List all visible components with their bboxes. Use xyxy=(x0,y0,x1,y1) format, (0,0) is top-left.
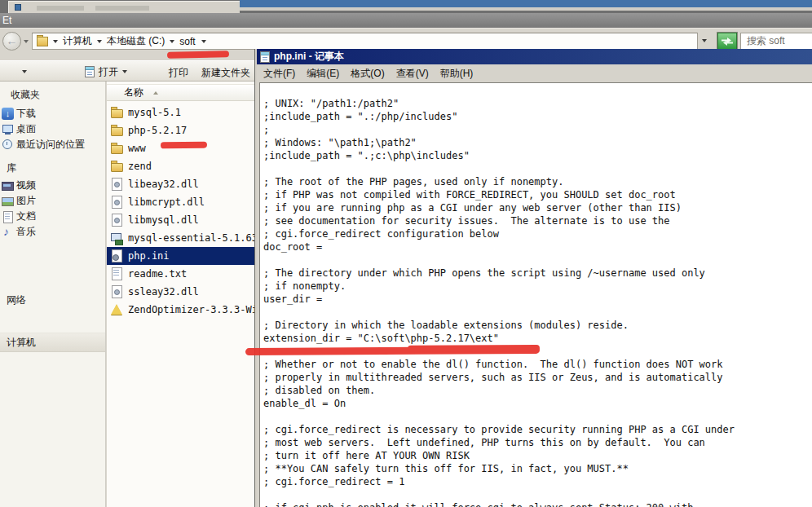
red-underline-annotation-soft xyxy=(167,51,229,59)
text-line: ; Windows: "\path1;\path2" xyxy=(263,136,812,149)
notepad-app-icon xyxy=(260,51,270,63)
file-row[interactable]: ssleay32.dll xyxy=(107,283,255,301)
breadcrumb-dropdown-icon[interactable] xyxy=(201,40,206,43)
file-name: php.ini xyxy=(128,250,170,262)
text-line: ;include_path = ".:/php/includes" xyxy=(263,110,812,123)
notepad-titlebar[interactable]: php.ini - 记事本 xyxy=(257,49,812,64)
print-button[interactable]: 打印 xyxy=(169,66,188,80)
notepad-menubar: 文件(F) 编辑(E) 格式(O) 查看(V) 帮助(H) xyxy=(257,64,812,82)
text-line xyxy=(263,306,812,319)
file-rows: mysql-5.1 php-5.2.17 www zend xyxy=(107,104,255,319)
file-name: mysql-essential-5.1.63-wi xyxy=(128,232,255,244)
sidebar-item-label: 桌面 xyxy=(16,122,36,136)
recent-places-icon xyxy=(2,139,14,151)
notepad-window: php.ini - 记事本 文件(F) 编辑(E) 格式(O) 查看(V) 帮助… xyxy=(255,49,812,507)
file-name: libmcrypt.dll xyxy=(128,196,205,208)
sidebar-item-computer[interactable]: 计算机 xyxy=(0,333,105,352)
breadcrumb-separator-icon xyxy=(97,40,102,43)
file-name: mysql-5.1 xyxy=(128,107,181,118)
refresh-icon xyxy=(721,37,734,46)
breadcrumb-item[interactable]: 计算机 xyxy=(48,34,92,48)
text-line: ; The directory under which PHP opens th… xyxy=(263,267,812,280)
file-row[interactable]: php.ini xyxy=(107,247,255,265)
menu-item[interactable]: 查看(V) xyxy=(391,67,435,81)
libraries-group-label[interactable]: 库 xyxy=(7,161,16,175)
notepad-text-area[interactable]: ; UNIX: "/path1:/path2" ;include_path = … xyxy=(259,82,812,507)
breadcrumb[interactable]: 计算机 本地磁盘 (C:) soft xyxy=(32,33,698,50)
new-folder-button[interactable]: 新建文件夹 xyxy=(201,66,250,80)
sidebar-item[interactable]: 桌面 xyxy=(2,121,105,137)
file-row[interactable]: zend xyxy=(107,157,255,175)
name-column-header[interactable]: 名称 xyxy=(107,84,255,101)
file-row[interactable]: mysql-essential-5.1.63-wi xyxy=(107,229,255,247)
refresh-button[interactable] xyxy=(717,33,737,50)
file-name: ZendOptimizer-3.3.3-Windo xyxy=(128,304,255,315)
text-line: ; if PHP was not compiled with FORCE_RED… xyxy=(263,188,812,201)
file-row[interactable]: libeay32.dll xyxy=(107,175,255,193)
text-line: ; if cgi.nph is enabled it will force cg… xyxy=(263,501,812,507)
text-line: ; disabled on them. xyxy=(263,384,812,397)
notepad-text: ; UNIX: "/path1:/path2" ;include_path = … xyxy=(263,84,812,507)
text-line: ; properly in multithreaded servers, suc… xyxy=(263,371,812,384)
file-name: php-5.2.17 xyxy=(128,125,187,136)
organize-dropdown-icon[interactable] xyxy=(22,70,27,73)
breadcrumb-list: 计算机 本地磁盘 (C:) soft xyxy=(48,34,196,48)
pictures-icon xyxy=(2,195,14,207)
file-row[interactable]: mysql-5.1 xyxy=(107,104,255,121)
search-input[interactable]: 搜索 soft xyxy=(740,33,812,50)
notepad-title-text: php.ini - 记事本 xyxy=(274,50,344,64)
menu-item[interactable]: 帮助(H) xyxy=(435,67,479,81)
downloads-icon xyxy=(2,108,14,120)
sidebar-item-label: 文档 xyxy=(16,209,36,223)
text-line: ; **You CAN safely turn this off for IIS… xyxy=(263,462,812,475)
sidebar-item-label: 最近访问的位置 xyxy=(16,138,85,152)
computer-label: 计算机 xyxy=(7,337,36,348)
documents-icon xyxy=(2,210,14,223)
file-row[interactable]: readme.txt xyxy=(107,265,255,283)
background-window-strip xyxy=(240,7,812,11)
favorites-group-label[interactable]: 收藏夹 xyxy=(11,88,40,102)
open-dropdown-icon[interactable] xyxy=(122,70,127,73)
open-button[interactable]: 打开 xyxy=(85,64,127,80)
menu-item[interactable]: 文件(F) xyxy=(258,67,301,81)
sidebar-item[interactable]: 最近访问的位置 xyxy=(2,137,105,152)
dll-icon xyxy=(110,178,123,191)
history-dropdown-icon[interactable] xyxy=(24,40,29,43)
libraries-items: 视频 图片 文档 音乐 xyxy=(2,178,105,240)
file-row[interactable]: libmcrypt.dll xyxy=(107,193,255,211)
text-line xyxy=(263,162,812,175)
desktop-icon xyxy=(2,123,14,135)
file-name: readme.txt xyxy=(128,268,187,280)
file-row[interactable]: ZendOptimizer-3.3.3-Windo xyxy=(107,301,255,319)
breadcrumb-item[interactable]: 本地磁盘 (C:) xyxy=(92,34,165,48)
file-row[interactable]: libmysql.dll xyxy=(107,211,255,229)
text-line: ; xyxy=(263,123,812,136)
sidebar-item-network[interactable]: 网络 xyxy=(7,293,26,307)
ini-icon xyxy=(110,249,123,262)
sidebar-item[interactable]: 图片 xyxy=(2,193,105,209)
text-line: user_dir = xyxy=(263,293,812,306)
back-button[interactable]: ← xyxy=(2,32,21,51)
file-row[interactable]: php-5.2.17 xyxy=(107,121,255,139)
menu-item[interactable]: 编辑(E) xyxy=(301,67,345,81)
sidebar-item[interactable]: 音乐 xyxy=(2,224,105,240)
file-name: zend xyxy=(128,161,152,172)
text-line: ; UNIX: "/path1:/path2" xyxy=(263,97,812,110)
file-name: www xyxy=(128,143,146,154)
music-icon xyxy=(2,226,14,238)
text-line: ; Directory in which the loadable extens… xyxy=(263,319,812,332)
address-dropdown-icon[interactable] xyxy=(702,39,707,42)
background-window-icon xyxy=(15,4,21,11)
menu-item[interactable]: 格式(O) xyxy=(345,67,390,81)
sidebar-item-label: 图片 xyxy=(16,194,36,208)
sidebar-item[interactable]: 文档 xyxy=(2,209,105,224)
folder-icon xyxy=(110,106,123,119)
print-button-label: 打印 xyxy=(169,67,188,78)
sidebar-item[interactable]: 下载 xyxy=(2,106,105,121)
sidebar-item[interactable]: 视频 xyxy=(2,178,105,193)
file-name: ssleay32.dll xyxy=(128,286,199,298)
breadcrumb-item[interactable]: soft xyxy=(165,36,195,47)
folder-icon xyxy=(110,142,123,155)
text-line xyxy=(263,84,812,97)
explorer-titlebar[interactable]: Et xyxy=(0,13,812,29)
